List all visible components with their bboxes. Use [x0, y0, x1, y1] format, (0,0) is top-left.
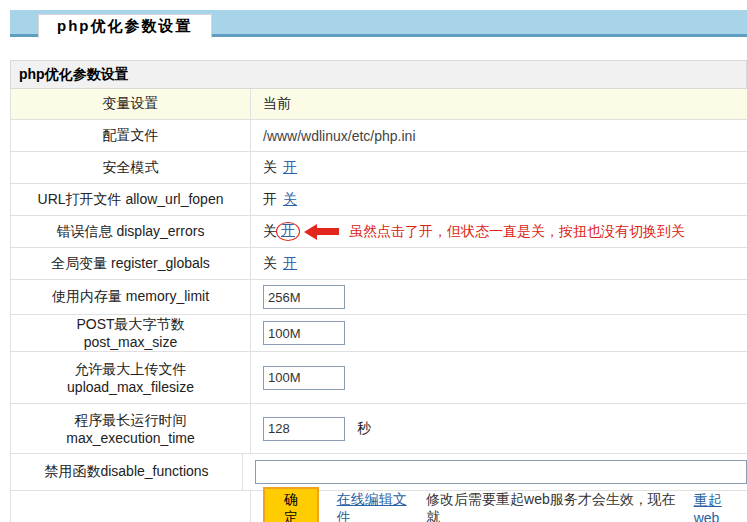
config-file-path: /www/wdlinux/etc/php.ini	[251, 120, 747, 151]
seconds-unit-label: 秒	[357, 420, 371, 438]
column-header-variable: 变量设置	[11, 89, 251, 119]
column-header-current: 当前	[251, 89, 747, 119]
annotation-text: 虽然点击了开，但状态一直是关，按扭也没有切换到关	[349, 223, 685, 241]
max-execution-time-input[interactable]	[263, 417, 345, 441]
footer-empty-cell	[11, 491, 251, 522]
display-errors-current-state: 关	[263, 223, 277, 241]
safe-mode-current-state: 关	[263, 159, 277, 177]
row-label: 全局变量 register_globals	[11, 248, 251, 279]
online-edit-file-link[interactable]: 在线编辑文件	[337, 491, 420, 522]
allow-url-fopen-toggle-link[interactable]: 关	[283, 191, 297, 209]
settings-table: 变量设置 当前 配置文件 /www/wdlinux/etc/php.ini 安全…	[10, 89, 747, 522]
submit-button[interactable]: 确定	[263, 487, 319, 522]
row-label: 禁用函数disable_functions	[11, 454, 243, 490]
row-post-max-size: POST最大字节数 post_max_size	[11, 315, 747, 352]
row-label: 使用内存量 memory_limit	[11, 280, 251, 314]
register-globals-current-state: 关	[263, 255, 277, 273]
tab-label: php优化参数设置	[57, 17, 193, 36]
tab-bar: php优化参数设置	[10, 10, 747, 37]
settings-panel: php优化参数设置 变量设置 当前 配置文件 /www/wdlinux/etc/…	[10, 60, 747, 522]
disable-functions-input[interactable]	[255, 460, 747, 484]
row-label: URL打开文件 allow_url_fopen	[11, 184, 251, 215]
display-errors-toggle-link[interactable]: 开	[281, 222, 295, 238]
upload-max-filesize-input[interactable]	[263, 366, 345, 390]
row-safe-mode: 安全模式 关 开	[11, 152, 747, 184]
row-display-errors: 错误信息 display_errors 关 开 虽然点击了开，但状态一直是关，按…	[11, 216, 747, 248]
row-label: POST最大字节数 post_max_size	[11, 315, 251, 351]
restart-note: 修改后需要重起web服务才会生效，现在就	[426, 491, 688, 522]
row-label: 程序最长运行时间 max_execution_time	[11, 404, 251, 453]
safe-mode-toggle-link[interactable]: 开	[283, 159, 297, 177]
row-upload-max-filesize: 允许最大上传文件 upload_max_filesize	[11, 352, 747, 404]
restart-web-link[interactable]: 重起web	[694, 492, 747, 522]
table-header-row: 变量设置 当前	[11, 89, 747, 120]
row-label: 安全模式	[11, 152, 251, 183]
register-globals-toggle-link[interactable]: 开	[283, 255, 297, 273]
row-max-execution-time: 程序最长运行时间 max_execution_time 秒	[11, 404, 747, 454]
row-allow-url-fopen: URL打开文件 allow_url_fopen 开 关	[11, 184, 747, 216]
row-memory-limit: 使用内存量 memory_limit	[11, 280, 747, 315]
tab-php-settings[interactable]: php优化参数设置	[38, 14, 212, 38]
row-register-globals: 全局变量 register_globals 关 开	[11, 248, 747, 280]
memory-limit-input[interactable]	[263, 285, 345, 309]
row-label: 允许最大上传文件 upload_max_filesize	[11, 352, 251, 403]
footer-row: 确定 在线编辑文件 修改后需要重起web服务才会生效，现在就 重起web	[11, 491, 747, 522]
page-title: php优化参数设置	[10, 60, 747, 89]
row-disable-functions: 禁用函数disable_functions	[11, 454, 747, 491]
highlight-circle: 开	[276, 222, 300, 241]
row-label: 错误信息 display_errors	[11, 216, 251, 247]
arrow-left-icon	[304, 224, 339, 240]
row-label: 配置文件	[11, 120, 251, 151]
allow-url-fopen-current-state: 开	[263, 191, 277, 209]
post-max-size-input[interactable]	[263, 321, 345, 345]
row-config-file: 配置文件 /www/wdlinux/etc/php.ini	[11, 120, 747, 152]
